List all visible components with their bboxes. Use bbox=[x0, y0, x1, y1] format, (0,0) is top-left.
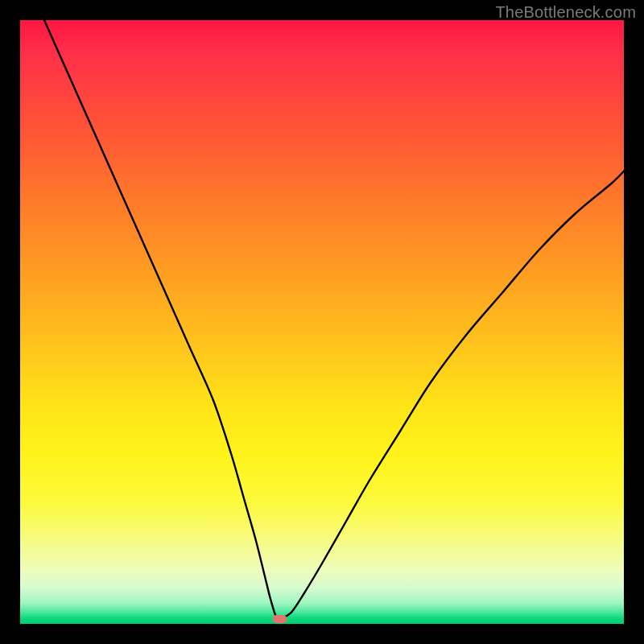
bottleneck-curve bbox=[44, 20, 624, 619]
minimum-marker bbox=[273, 615, 287, 623]
watermark-text: TheBottleneck.com bbox=[495, 3, 636, 22]
curve-layer bbox=[20, 20, 624, 624]
chart-frame: TheBottleneck.com bbox=[0, 0, 644, 644]
plot-area bbox=[20, 20, 624, 624]
